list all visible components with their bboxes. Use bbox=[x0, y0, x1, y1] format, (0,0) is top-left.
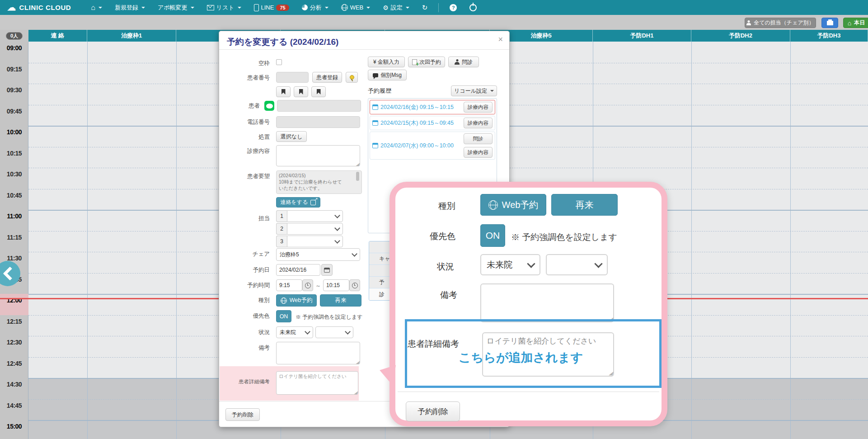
type-label: 種別 bbox=[222, 294, 276, 304]
care-detail-textarea[interactable]: ◢ bbox=[276, 145, 360, 166]
contact-button[interactable]: 連絡をする bbox=[276, 197, 320, 208]
column-header[interactable]: 予防DH3 bbox=[790, 30, 868, 42]
date-input[interactable]: 2024/02/16 bbox=[276, 264, 320, 276]
bookmark-button[interactable] bbox=[311, 86, 326, 97]
resize-handle[interactable]: ◢ bbox=[354, 390, 357, 395]
next-reservation-button[interactable]: 次回予約 bbox=[408, 57, 445, 67]
callout-priority-on-button[interactable]: ON bbox=[480, 224, 505, 247]
history-entry-link[interactable]: 2024/02/15(木) 09:15～09:45 bbox=[372, 119, 454, 127]
patient-input[interactable] bbox=[277, 100, 361, 112]
resize-handle[interactable]: ◢ bbox=[609, 316, 613, 322]
chair-row: チェア 治療枠5 bbox=[222, 248, 360, 261]
bookmark-button[interactable] bbox=[276, 86, 291, 97]
column-header[interactable]: 予防DH2 bbox=[691, 30, 790, 42]
nav-refresh[interactable]: ↻ bbox=[416, 0, 434, 15]
history-detail-button[interactable]: 診療内容 bbox=[464, 102, 493, 113]
history-entry[interactable]: 2024/02/15(木) 09:15～09:45診療内容 bbox=[370, 116, 495, 130]
chevron-down-icon bbox=[527, 260, 535, 268]
callout-annotation-text: こちらが追加されます bbox=[459, 349, 583, 366]
time-from-clock-button[interactable] bbox=[302, 279, 313, 291]
priority-on-button[interactable]: ON bbox=[276, 310, 291, 322]
time-to-clock-button[interactable] bbox=[349, 279, 360, 291]
time-to-input[interactable]: 10:15 bbox=[323, 279, 349, 291]
treatment-select-button[interactable]: 選択なし bbox=[276, 131, 307, 142]
type-web-button[interactable]: Web予約 bbox=[276, 294, 317, 307]
close-icon[interactable]: × bbox=[498, 35, 503, 44]
bookmark-row bbox=[222, 86, 326, 97]
phone-input[interactable] bbox=[276, 116, 360, 128]
nav-logout[interactable] bbox=[463, 0, 483, 15]
callout-note-textarea[interactable]: ◢ bbox=[480, 283, 614, 322]
type-row: 種別 Web予約 再来 bbox=[222, 294, 361, 307]
callout-status-select-2[interactable] bbox=[546, 254, 608, 275]
chevron-down-icon bbox=[352, 251, 357, 257]
nav-list[interactable]: リスト bbox=[201, 0, 248, 15]
request-row: 患者要望 (2024/02/15) 10時までに治療を終わらせて いただきたいで… bbox=[222, 170, 362, 194]
bookmark-icon bbox=[282, 89, 286, 94]
all-staff-chair-button[interactable]: 全ての担当（チェア別） bbox=[745, 18, 816, 28]
line-icon[interactable] bbox=[264, 101, 274, 111]
nav-help[interactable]: ? bbox=[443, 0, 463, 15]
amount-input-button[interactable]: ¥ 金額入力 bbox=[368, 57, 405, 67]
nav-appointment-book[interactable]: アポ帳変更 bbox=[151, 0, 201, 15]
staff-select[interactable] bbox=[287, 210, 343, 222]
patient-no-input[interactable] bbox=[276, 72, 309, 83]
status-select-1[interactable]: 未来院 bbox=[276, 326, 313, 338]
history-entry-link[interactable]: 2024/02/16(金) 09:15～10:15 bbox=[372, 104, 454, 111]
staff-select[interactable] bbox=[287, 223, 343, 235]
column-header[interactable]: 予防DH1 bbox=[593, 30, 691, 42]
today-button[interactable]: ⌂ 本日 bbox=[843, 18, 868, 28]
history-entry[interactable]: 2024/02/07(水) 09:00～10:00問診診療内容 bbox=[370, 132, 495, 160]
patient-detail-note-textarea[interactable]: ロイテリ菌を紹介してください ◢ bbox=[276, 371, 358, 395]
refresh-icon: ↻ bbox=[422, 4, 428, 11]
resize-handle[interactable]: ◢ bbox=[356, 162, 359, 166]
request-textarea[interactable]: (2024/02/15) 10時までに治療を終わらせて いただきたいです。 bbox=[276, 170, 362, 194]
person-icon bbox=[746, 20, 751, 25]
scrollbar-thumb[interactable] bbox=[356, 172, 359, 181]
recall-settings-button[interactable]: リコール設定 bbox=[451, 85, 497, 96]
calendar-button[interactable] bbox=[321, 264, 333, 276]
individual-msg-button[interactable]: 個別Msg bbox=[368, 70, 407, 80]
time-label: 11:00 bbox=[7, 212, 22, 220]
callout-status-select-1[interactable]: 未来院 bbox=[480, 254, 540, 275]
resize-handle[interactable]: ◢ bbox=[356, 360, 359, 364]
pin-button[interactable] bbox=[346, 72, 358, 83]
history-detail-button[interactable]: 診療内容 bbox=[464, 147, 493, 158]
history-entry[interactable]: 2024/02/16(金) 09:15～10:15診療内容 bbox=[370, 100, 495, 114]
staff-select[interactable] bbox=[287, 236, 343, 247]
note-textarea[interactable]: ◢ bbox=[276, 342, 360, 364]
nav-home[interactable]: ⌂ bbox=[84, 0, 108, 15]
chair-select[interactable]: 治療枠5 bbox=[276, 248, 360, 261]
brand-logo[interactable]: ☁ CLINIC CLOUD bbox=[0, 3, 84, 12]
contact-label: 連絡をする bbox=[281, 198, 308, 206]
nav-web[interactable]: WEB bbox=[335, 0, 377, 15]
bookmark-button[interactable] bbox=[294, 86, 308, 97]
callout-type-revisit-button[interactable]: 再来 bbox=[551, 194, 618, 216]
empty-slot-checkbox[interactable] bbox=[276, 59, 282, 65]
nav-line[interactable]: LINE 75 bbox=[248, 0, 296, 15]
modal-divider bbox=[219, 49, 509, 50]
schedule-corner-cell: 0人 bbox=[0, 30, 28, 42]
nav-settings[interactable]: ⚙ 設定 bbox=[376, 0, 416, 15]
column-header[interactable]: 治療枠1 bbox=[87, 30, 176, 42]
time-label: 12:45 bbox=[7, 360, 22, 367]
history-entry-link[interactable]: 2024/02/07(水) 09:00～10:00 bbox=[372, 142, 454, 150]
type-web-label: Web予約 bbox=[290, 297, 312, 304]
type-revisit-button[interactable]: 再来 bbox=[320, 294, 361, 307]
resize-handle[interactable]: ◢ bbox=[609, 370, 613, 376]
calendar-icon bbox=[372, 104, 378, 110]
nav-new-registration[interactable]: 新規登録 bbox=[108, 0, 151, 15]
callout-type-web-button[interactable]: Web予約 bbox=[480, 194, 546, 216]
callout-delete-reservation-button[interactable]: 予約削除 bbox=[406, 401, 460, 421]
history-detail-button[interactable]: 問診 bbox=[464, 133, 493, 144]
help-icon: ? bbox=[450, 4, 457, 11]
column-header[interactable]: 連 絡 bbox=[28, 30, 87, 42]
history-detail-button[interactable]: 診療内容 bbox=[464, 118, 493, 128]
interview-button[interactable]: 問診 bbox=[448, 57, 479, 67]
time-from-input[interactable]: 9:15 bbox=[276, 279, 302, 291]
print-button[interactable] bbox=[821, 18, 838, 28]
patient-register-button[interactable]: 患者登録 bbox=[312, 72, 342, 83]
delete-reservation-button[interactable]: 予約削除 bbox=[225, 408, 260, 421]
status-select-2[interactable] bbox=[315, 326, 353, 338]
nav-analytics[interactable]: 分析 bbox=[296, 0, 335, 15]
